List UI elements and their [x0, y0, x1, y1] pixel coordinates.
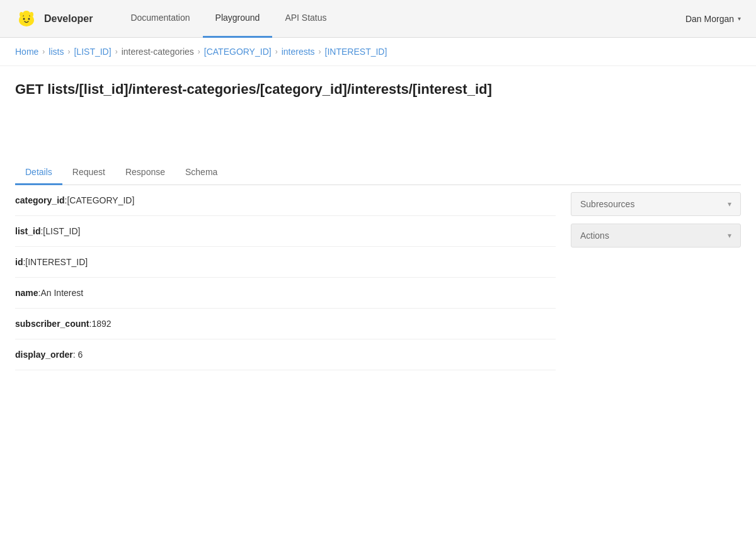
user-name: Dan Morgan — [685, 14, 734, 24]
user-menu-chevron-icon: ▾ — [738, 15, 741, 22]
nav-playground[interactable]: Playground — [203, 0, 273, 38]
field-value-name: An Interest — [40, 288, 83, 298]
field-key-id: id — [15, 257, 23, 267]
breadcrumb-lists[interactable]: lists — [49, 47, 64, 57]
field-key-display-order: display_order — [15, 350, 73, 360]
field-key-name: name — [15, 288, 38, 298]
subresources-label: Subresources — [580, 199, 634, 209]
field-sep-6: : — [73, 350, 78, 360]
nav-documentation[interactable]: Documentation — [118, 0, 202, 38]
actions-dropdown[interactable]: Actions ▾ — [571, 224, 741, 248]
tabs: Details Request Response Schema — [15, 161, 741, 185]
header: Developer Documentation Playground API S… — [0, 0, 756, 38]
breadcrumb-sep-5: › — [275, 47, 278, 56]
breadcrumb-interests[interactable]: interests — [282, 47, 315, 57]
field-value-list-id: [LIST_ID] — [43, 226, 80, 236]
table-row: list_id:[LIST_ID] — [15, 216, 556, 246]
subresources-dropdown[interactable]: Subresources ▾ — [571, 192, 741, 216]
field-value-id: [INTEREST_ID] — [25, 257, 88, 267]
breadcrumb-sep-1: › — [42, 47, 45, 56]
breadcrumb-sep-4: › — [198, 47, 200, 56]
mailchimp-logo-icon — [15, 8, 38, 30]
breadcrumb-sep-3: › — [115, 47, 118, 56]
breadcrumb-interest-categories: interest-categories — [122, 47, 194, 57]
details-panel: category_id:[CATEGORY_ID] list_id:[LIST_… — [15, 185, 556, 370]
row-separator-6 — [15, 370, 556, 370]
brand-name: Developer — [44, 13, 93, 25]
user-menu[interactable]: Dan Morgan ▾ — [685, 14, 741, 24]
breadcrumb-category-id[interactable]: [CATEGORY_ID] — [204, 47, 272, 57]
table-row: subscriber_count:1892 — [15, 309, 556, 339]
table-row: display_order: 6 — [15, 339, 556, 370]
nav-api-status[interactable]: API Status — [272, 0, 339, 38]
actions-chevron-icon: ▾ — [728, 231, 731, 240]
breadcrumb: Home › lists › [LIST_ID] › interest-cate… — [0, 38, 756, 66]
breadcrumb-interest-id[interactable]: [INTEREST_ID] — [325, 47, 387, 57]
main-nav: Documentation Playground API Status — [118, 0, 685, 38]
svg-point-4 — [23, 11, 30, 17]
breadcrumb-sep-6: › — [319, 47, 321, 56]
field-key-subscriber-count: subscriber_count — [15, 319, 89, 329]
tab-details[interactable]: Details — [15, 161, 62, 185]
field-value-subscriber-count: 1892 — [91, 319, 111, 329]
breadcrumb-home[interactable]: Home — [15, 47, 38, 57]
actions-label: Actions — [580, 231, 609, 241]
svg-point-2 — [23, 18, 25, 20]
tab-request[interactable]: Request — [62, 161, 115, 185]
svg-point-3 — [28, 18, 30, 20]
svg-point-7 — [20, 12, 23, 17]
table-row: category_id:[CATEGORY_ID] — [15, 185, 556, 215]
page-title: GET lists/[list_id]/interest-categories/… — [15, 81, 741, 98]
logo: Developer — [15, 8, 93, 30]
field-key-list-id: list_id — [15, 226, 40, 236]
action-dropdowns: Subresources ▾ Actions ▾ — [571, 192, 741, 248]
svg-point-8 — [30, 12, 33, 17]
subresources-chevron-icon: ▾ — [728, 200, 731, 208]
table-row: id:[INTEREST_ID] — [15, 247, 556, 277]
tab-schema[interactable]: Schema — [175, 161, 227, 185]
breadcrumb-list-id[interactable]: [LIST_ID] — [74, 47, 111, 57]
main-content: GET lists/[list_id]/interest-categories/… — [0, 66, 756, 385]
breadcrumb-sep-2: › — [67, 47, 70, 56]
tab-response[interactable]: Response — [115, 161, 175, 185]
field-key-category-id: category_id — [15, 195, 65, 205]
table-row: name:An Interest — [15, 278, 556, 308]
field-value-display-order: 6 — [78, 350, 83, 360]
field-value-category-id: [CATEGORY_ID] — [67, 195, 134, 205]
